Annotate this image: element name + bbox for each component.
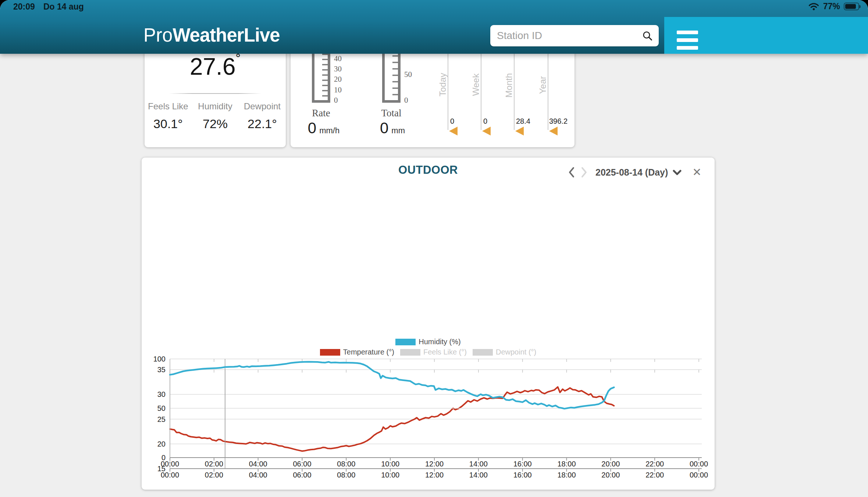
search-icon[interactable] (642, 30, 653, 41)
app-header: 20:09 Do 14 aug 77% ProWeatherLive (0, 0, 868, 54)
period-label-week: Week (471, 74, 481, 96)
logo-pro: Pro (143, 25, 172, 46)
period-marker-icon (549, 127, 558, 135)
battery-percent: 77% (823, 1, 840, 11)
rate-gauge-tick: 20 (334, 75, 342, 84)
svg-text:00:00: 00:00 (690, 460, 708, 468)
station-search (490, 25, 659, 46)
rate-gauge-tick: 0 (334, 96, 338, 105)
menu-panel (664, 17, 868, 54)
metric-value: 30.1° (145, 117, 192, 131)
metric-label: Dewpoint (239, 101, 286, 112)
svg-text:100: 100 (153, 355, 166, 363)
total-gauge-label: Total (381, 107, 401, 119)
humidity-line-chart[interactable]: 05010000:0002:0004:0006:0008:0010:0012:0… (142, 350, 715, 473)
chevron-left-icon[interactable] (568, 167, 575, 178)
metric-humidity: Humidity 72% (192, 101, 239, 131)
svg-text:14:00: 14:00 (469, 460, 488, 468)
rate-gauge-label: Rate (312, 107, 330, 119)
rate-gauge-tick: 30 (334, 64, 342, 74)
metric-label: Humidity (192, 101, 239, 112)
svg-text:18:00: 18:00 (557, 460, 576, 468)
status-date: Do 14 aug (43, 2, 84, 12)
hamburger-menu-icon[interactable] (677, 31, 698, 50)
legend-swatch (395, 339, 416, 345)
rain-rate-value: 0mm/h (308, 119, 339, 137)
svg-text:08:00: 08:00 (337, 460, 355, 468)
svg-text:22:00: 22:00 (645, 460, 664, 468)
outdoor-chart-card: OUTDOOR 2025-08-14 (Day) ✕ Temperature (… (142, 158, 715, 490)
svg-text:02:00: 02:00 (205, 460, 223, 468)
svg-text:04:00: 04:00 (249, 460, 267, 468)
rain-rate-unit: mm/h (319, 126, 339, 135)
status-bar: 20:09 Do 14 aug 77% (0, 0, 868, 13)
close-icon[interactable]: ✕ (692, 167, 701, 178)
rate-gauge-tick: 10 (334, 85, 342, 95)
humidity-chart-legend: Humidity (%) (142, 338, 715, 346)
logo-weatherlive: WeatherLive (172, 25, 280, 46)
period-label-month: Month (504, 73, 514, 98)
legend-label: Humidity (%) (419, 338, 460, 346)
total-gauge-tick: 50 (404, 70, 412, 79)
chevron-right-icon[interactable] (581, 167, 587, 178)
legend-item[interactable]: Humidity (%) (395, 338, 460, 346)
current-temperature-value: 27.6 (190, 53, 236, 80)
metric-feels-like: Feels Like 30.1° (145, 101, 192, 131)
svg-text:16:00: 16:00 (513, 460, 532, 468)
period-label-today: Today (438, 73, 448, 96)
svg-text:12:00: 12:00 (425, 460, 444, 468)
rain-total-unit: mm (391, 126, 405, 135)
svg-text:00:00: 00:00 (161, 460, 179, 468)
metric-dewpoint: Dewpoint 22.1° (239, 101, 286, 131)
wifi-icon (808, 2, 819, 11)
chart-date-navigation: 2025-08-14 (Day) ✕ (568, 166, 701, 179)
total-gauge-tick: 0 (404, 96, 408, 105)
metric-value: 72% (192, 117, 239, 131)
current-temperature: 27.6° (145, 51, 286, 80)
app-logo[interactable]: ProWeatherLive (143, 24, 280, 46)
svg-text:50: 50 (157, 404, 166, 412)
divider (169, 93, 262, 94)
period-value-today: 0 (450, 117, 454, 126)
metric-label: Feels Like (145, 101, 192, 112)
temperature-metrics-row: Feels Like 30.1° Humidity 72% Dewpoint 2… (145, 101, 286, 131)
rate-gauge-tick: 40 (334, 54, 342, 63)
metric-value: 22.1° (239, 117, 286, 131)
period-marker-icon (515, 127, 524, 135)
period-value-week: 0 (483, 117, 487, 126)
svg-text:06:00: 06:00 (293, 460, 311, 468)
rain-total-value: 0mm (380, 119, 405, 137)
battery-icon (844, 3, 859, 10)
station-id-input[interactable] (490, 30, 642, 42)
svg-text:10:00: 10:00 (381, 460, 399, 468)
chevron-down-icon[interactable] (673, 170, 682, 175)
period-value-month: 28.4 (516, 117, 530, 126)
app-screen: 27.6° Feels Like 30.1° Humidity 72% Dewp… (0, 0, 868, 497)
period-marker-icon (449, 127, 458, 135)
period-value-year: 396.2 (549, 117, 568, 126)
svg-text:20:00: 20:00 (601, 460, 620, 468)
date-range-selector[interactable]: 2025-08-14 (Day) (595, 167, 668, 178)
period-label-year: Year (538, 76, 548, 94)
rain-total-number: 0 (380, 119, 388, 137)
rain-rate-number: 0 (308, 119, 316, 137)
period-marker-icon (482, 127, 491, 135)
status-time: 20:09 (13, 2, 35, 12)
